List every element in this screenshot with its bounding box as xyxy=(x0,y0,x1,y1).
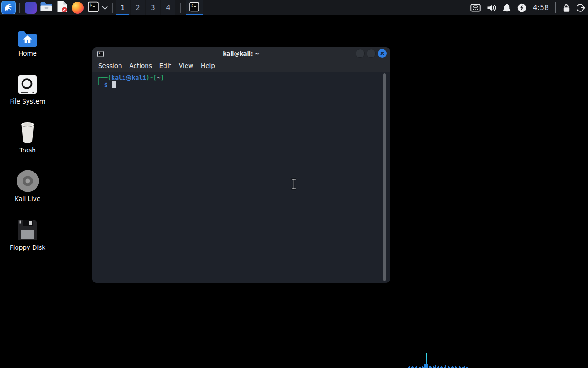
desktop-icon-label: File System xyxy=(10,98,45,105)
notifications-bell-icon[interactable] xyxy=(503,3,511,12)
desktop-icon-kali-live[interactable]: Kali Live xyxy=(4,169,51,202)
menu-actions[interactable]: Actions xyxy=(130,62,152,69)
terminal-emulator-icon xyxy=(25,2,37,14)
desktop-icon-floppy-disk[interactable]: Floppy Disk xyxy=(4,218,51,251)
window-title: kali@kali: ~ xyxy=(223,51,260,57)
taskbar-qterminal-window-button[interactable]: $ xyxy=(186,0,203,15)
firefox-icon xyxy=(72,2,84,14)
workspace-4-label: 4 xyxy=(166,4,170,12)
clock[interactable]: 4:58 xyxy=(533,4,549,12)
tray-separator xyxy=(555,2,556,13)
shell-prompt: ┌──(kali㉿kali)-[~] └─$ xyxy=(92,72,390,89)
window-menubar: Session Actions Edit View Help xyxy=(92,60,390,72)
kali-dragon-icon xyxy=(3,1,14,14)
workspace-4[interactable]: 4 xyxy=(161,0,175,15)
desktop-icon-home[interactable]: Home xyxy=(4,24,51,57)
launcher-text-editor[interactable] xyxy=(55,1,69,15)
launcher-firefox[interactable] xyxy=(71,1,85,15)
terminal-screen[interactable]: ┌──(kali㉿kali)-[~] └─$ xyxy=(92,72,390,283)
svg-text:$: $ xyxy=(191,3,193,7)
terminal-cursor xyxy=(112,81,116,88)
chevron-down-icon xyxy=(102,3,108,12)
close-button[interactable] xyxy=(378,49,387,58)
text-editor-icon xyxy=(57,0,68,15)
menu-edit[interactable]: Edit xyxy=(159,62,171,69)
menu-help[interactable]: Help xyxy=(201,62,215,69)
menu-view[interactable]: View xyxy=(179,62,193,69)
maximize-button[interactable] xyxy=(367,49,376,58)
kali-menu-button[interactable] xyxy=(1,1,16,14)
power-manager-icon[interactable] xyxy=(517,3,526,12)
logout-icon[interactable] xyxy=(577,3,586,12)
launcher-qterminal[interactable]: $ xyxy=(86,1,100,15)
prompt-char: $ xyxy=(104,81,108,88)
qterminal-icon: $ xyxy=(189,2,199,14)
workspace-1-label: 1 xyxy=(120,4,125,12)
prompt-user: kali㉿kali xyxy=(111,74,146,81)
prompt-frame-top: ┌──( xyxy=(97,74,111,81)
trash-can-icon xyxy=(18,121,37,144)
svg-text:$: $ xyxy=(90,3,92,7)
disc-icon xyxy=(17,169,39,192)
desktop-icon-label: Kali Live xyxy=(15,196,40,202)
prompt-separator: )-[ xyxy=(146,74,157,81)
menu-session[interactable]: Session xyxy=(98,62,122,69)
system-tray: 4:58 xyxy=(470,0,586,15)
file-manager-folder-icon xyxy=(40,1,53,14)
prompt-frame-bottom: └─ xyxy=(97,81,104,88)
workspace-1[interactable]: 1 xyxy=(116,0,130,15)
workspace-2[interactable]: 2 xyxy=(131,0,145,15)
qterminal-window: $ kali@kali: ~ Session Actions Edit View… xyxy=(92,47,390,283)
network-icon[interactable] xyxy=(470,4,481,12)
panel-separator xyxy=(180,3,181,13)
qterminal-dropdown-button[interactable] xyxy=(101,1,108,15)
workspace-3[interactable]: 3 xyxy=(146,0,160,15)
svg-text:$: $ xyxy=(99,52,101,54)
volume-icon[interactable] xyxy=(487,4,497,12)
desktop[interactable]: $ 1 2 3 4 $ xyxy=(0,0,588,368)
launcher-terminal-emulator[interactable] xyxy=(24,1,38,15)
lock-screen-icon[interactable] xyxy=(563,3,570,12)
workspace-2-label: 2 xyxy=(136,4,140,12)
desktop-icon-label: Home xyxy=(18,50,37,57)
home-folder-icon xyxy=(17,24,38,47)
window-controls xyxy=(356,49,387,58)
drive-icon xyxy=(18,72,37,95)
panel-separator xyxy=(112,3,113,13)
qterminal-icon: $ xyxy=(88,1,99,14)
desktop-icon-label: Floppy Disk xyxy=(10,244,45,251)
desktop-icon-label: Trash xyxy=(19,147,36,154)
window-terminal-icon: $ xyxy=(97,50,104,59)
minimize-button[interactable] xyxy=(356,49,365,58)
cpu-graph[interactable] xyxy=(408,353,469,368)
window-titlebar[interactable]: $ kali@kali: ~ xyxy=(92,47,390,60)
desktop-icon-trash[interactable]: Trash xyxy=(4,121,51,154)
ibeam-mouse-cursor xyxy=(290,178,297,192)
workspace-3-label: 3 xyxy=(151,4,155,12)
launcher-file-manager[interactable] xyxy=(40,1,53,15)
panel-separator xyxy=(19,3,20,13)
prompt-bracket: ] xyxy=(160,74,164,81)
desktop-icon-file-system[interactable]: File System xyxy=(4,72,51,105)
floppy-disk-icon xyxy=(17,218,38,241)
terminal-scrollbar[interactable] xyxy=(383,73,386,281)
